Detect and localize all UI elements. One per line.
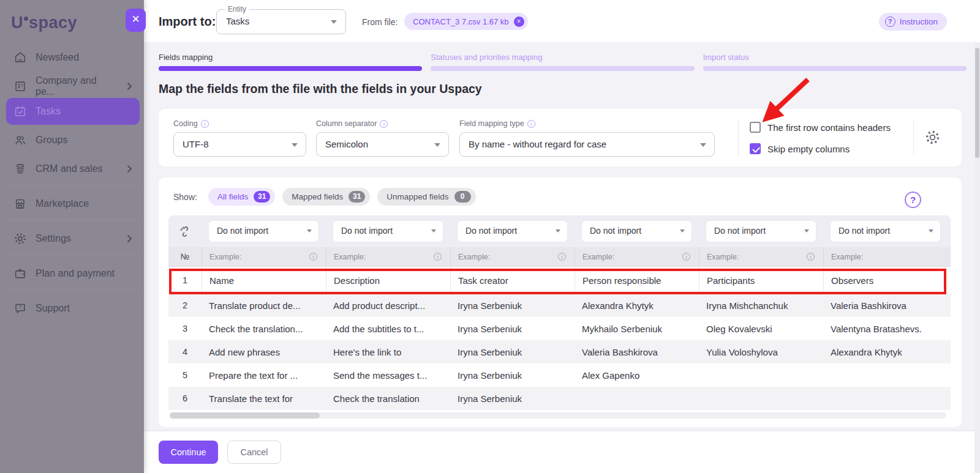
instruction-button[interactable]: ? Instruction xyxy=(879,13,947,31)
horizontal-scrollbar[interactable] xyxy=(170,412,946,419)
chat-question-icon: ? xyxy=(13,302,27,315)
divider xyxy=(5,185,138,185)
step-progress-bar xyxy=(431,66,694,71)
select-value: Do not import xyxy=(341,226,393,236)
sidebar-item-tasks[interactable]: Tasks xyxy=(6,98,140,125)
select-value: Do not import xyxy=(466,226,517,236)
field-mapping-select[interactable]: Do not import xyxy=(333,221,443,242)
sidebar-item-company-and-people[interactable]: Company and pe... xyxy=(6,73,140,99)
info-icon[interactable]: i xyxy=(380,120,388,128)
sidebar-item-newsfeed[interactable]: Newsfeed xyxy=(6,45,140,70)
row-number: 2 xyxy=(168,294,202,317)
table-row: 2 Translate product de... Add product de… xyxy=(168,294,951,317)
checkbox-label: Skip empty columns xyxy=(767,144,850,154)
sidebar-item-groups[interactable]: Groups xyxy=(6,127,140,153)
cell: Description xyxy=(326,267,450,294)
sidebar-item-support[interactable]: ? Support xyxy=(6,296,140,321)
field-mapping-select[interactable]: Do not import xyxy=(706,221,816,242)
first-row-headers-checkbox[interactable]: The first row contains headers xyxy=(750,122,891,133)
info-icon[interactable]: i xyxy=(807,253,815,261)
divider xyxy=(5,255,138,255)
sidebar-item-label: Support xyxy=(36,303,70,314)
separator-select[interactable]: Semicolon xyxy=(316,132,449,157)
info-icon[interactable]: i xyxy=(558,253,566,261)
continue-button[interactable]: Continue xyxy=(159,441,218,464)
cell: Iryna Serbeniuk xyxy=(450,387,575,410)
tab-import-status[interactable]: Import status xyxy=(703,53,967,71)
field-mapping-select[interactable]: Do not import xyxy=(458,221,567,242)
checkbox-label: The first row contains headers xyxy=(767,122,891,133)
cell xyxy=(823,387,948,410)
chevron-down-icon xyxy=(556,229,560,233)
divider xyxy=(5,220,138,220)
unlink-all-icon[interactable] xyxy=(168,215,202,247)
uspacy-logo: Uspacy xyxy=(11,13,77,32)
sidebar-item-label: Newsfeed xyxy=(36,52,79,63)
vertical-scrollbar-thumb[interactable] xyxy=(975,48,979,158)
table-row: 5 Prepare the text for ... Send the mess… xyxy=(168,363,951,387)
sidebar-item-marketplace[interactable]: Marketplace xyxy=(6,191,140,217)
cell: Translate product de... xyxy=(202,294,326,317)
cell xyxy=(575,387,699,410)
separator-value: Semicolon xyxy=(325,139,368,149)
vertical-scrollbar[interactable] xyxy=(974,43,980,473)
file-chip[interactable]: CONTACT_3 7.csv 1.67 kb × xyxy=(404,13,528,30)
info-icon[interactable]: i xyxy=(682,253,690,261)
cell: Participants xyxy=(699,267,823,294)
coding-label: Coding xyxy=(173,119,198,128)
from-file-label: From file: xyxy=(362,17,398,27)
example-label: Example: xyxy=(582,253,614,261)
sidebar-item-label: Plan and payment xyxy=(36,268,115,279)
info-icon[interactable]: i xyxy=(309,253,317,261)
sidebar-item-crm-and-sales[interactable]: CRM and sales xyxy=(6,156,140,182)
cancel-button[interactable]: Cancel xyxy=(227,441,281,464)
info-icon[interactable]: i xyxy=(434,253,442,261)
chevron-down-icon xyxy=(680,229,685,233)
horizontal-scrollbar-thumb[interactable] xyxy=(170,412,320,419)
count-badge: 31 xyxy=(349,191,365,203)
mapping-type-select[interactable]: By name - without regard for case xyxy=(459,132,715,157)
table-row: 1 Name Description Task creator Person r… xyxy=(168,267,951,294)
mapping-type-value: By name - without regard for case xyxy=(469,139,606,149)
cell: Valeria Bashkirova xyxy=(823,294,948,317)
cell: Observers xyxy=(823,267,948,294)
remove-file-icon[interactable]: × xyxy=(514,17,524,27)
tab-statuses-priorities-mapping[interactable]: Statuses and priorities mapping xyxy=(431,53,694,71)
chevron-right-icon xyxy=(127,234,132,243)
file-chip-text: CONTACT_3 7.csv 1.67 kb xyxy=(413,17,509,26)
coil-icon xyxy=(13,162,27,176)
info-icon[interactable]: i xyxy=(201,120,209,128)
info-icon[interactable]: i xyxy=(527,120,535,128)
cell: Add product descript... xyxy=(326,294,450,317)
fields-table-card: Show: All fields 31 Mapped fields 31 Unm… xyxy=(159,177,962,427)
cell: Task creator xyxy=(450,267,575,294)
filter-unmapped-fields[interactable]: Unmapped fields 0 xyxy=(377,188,475,206)
cell: Add the subtitles to t... xyxy=(326,317,450,340)
close-sidebar-button[interactable]: ✕ xyxy=(126,9,146,32)
entity-select[interactable]: Entity Tasks xyxy=(216,9,346,34)
cell: Oleg Kovalevski xyxy=(699,317,823,340)
skip-empty-columns-checkbox[interactable]: Skip empty columns xyxy=(750,143,850,154)
filter-mapped-fields[interactable]: Mapped fields 31 xyxy=(282,188,370,206)
help-icon[interactable]: ? xyxy=(905,192,921,208)
checkbox-unchecked[interactable] xyxy=(750,122,761,133)
instruction-label: Instruction xyxy=(900,17,938,26)
mapping-type-group: Field mapping type i By name - without r… xyxy=(459,119,715,157)
field-mapping-select[interactable]: Do not import xyxy=(831,221,940,242)
step-label: Fields mapping xyxy=(159,53,422,62)
filter-all-fields[interactable]: All fields 31 xyxy=(208,188,275,206)
select-value: Do not import xyxy=(217,226,268,236)
field-mapping-select[interactable]: Do not import xyxy=(209,221,318,242)
field-mapping-select[interactable]: Do not import xyxy=(582,221,692,242)
coding-select[interactable]: UTF-8 xyxy=(173,132,306,157)
checkbox-checked[interactable] xyxy=(750,143,761,154)
sidebar-item-plan-and-payment[interactable]: Plan and payment xyxy=(6,261,140,286)
divider xyxy=(738,119,739,157)
gear-icon[interactable] xyxy=(924,129,941,148)
chevron-down-icon xyxy=(292,143,298,147)
tab-fields-mapping[interactable]: Fields mapping xyxy=(159,53,422,71)
pill-label: Unmapped fields xyxy=(386,192,448,201)
sidebar-item-settings[interactable]: Settings xyxy=(6,226,140,251)
cell: Yulia Voloshylova xyxy=(699,340,823,363)
cell: Iryna Serbeniuk xyxy=(450,294,575,317)
